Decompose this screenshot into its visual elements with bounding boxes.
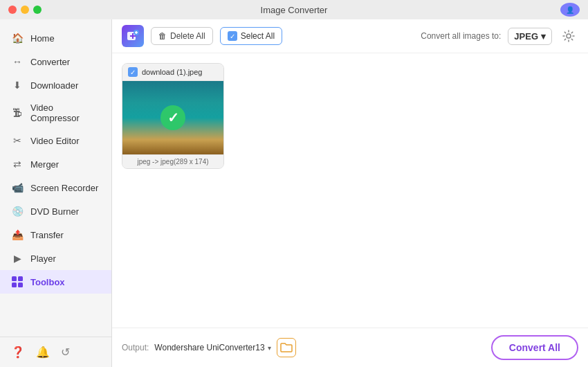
dvd-burner-icon: 💿 — [11, 205, 24, 217]
sidebar-label-converter: Converter — [30, 57, 70, 67]
sidebar-item-home[interactable]: 🏠 Home — [0, 26, 111, 50]
window-title: Image Converter — [261, 5, 328, 15]
file-thumbnail: ✓ — [122, 81, 223, 154]
bell-icon[interactable]: 🔔 — [36, 346, 50, 359]
svg-rect-1 — [18, 276, 23, 281]
chevron-down-icon: ▾ — [541, 31, 546, 42]
content-area: 🗑 Delete All ✓ Select All Convert all im… — [112, 19, 588, 367]
window-controls — [8, 6, 42, 14]
home-icon: 🏠 — [11, 32, 24, 44]
delete-all-label: Delete All — [170, 31, 205, 41]
file-info: jpeg -> jpeg(289 x 174) — [122, 154, 223, 168]
refresh-icon[interactable]: ↺ — [61, 346, 70, 359]
sidebar-item-video-editor[interactable]: ✂ Video Editor — [0, 129, 111, 152]
toolbox-icon — [11, 276, 24, 288]
sidebar-item-converter[interactable]: ↔ Converter — [0, 50, 111, 73]
file-checkbox[interactable]: ✓ — [128, 67, 138, 77]
thumbnail-check-icon: ✓ — [160, 105, 185, 130]
sidebar-bottom: ❓ 🔔 ↺ — [0, 337, 111, 367]
svg-point-10 — [567, 34, 571, 38]
main-layout: 🏠 Home ↔ Converter ⬇ Downloader 🗜 Video … — [0, 19, 588, 367]
convert-all-button[interactable]: Convert All — [491, 335, 578, 360]
sidebar-item-dvd-burner[interactable]: 💿 DVD Burner — [0, 199, 111, 223]
sidebar-item-downloader[interactable]: ⬇ Downloader — [0, 73, 111, 97]
file-card: ✓ download (1).jpeg ✓ jpeg -> jpeg(289 x… — [122, 63, 224, 169]
output-folder-arrow: ▾ — [268, 344, 271, 352]
question-icon[interactable]: ❓ — [11, 346, 25, 359]
select-all-label: Select All — [241, 31, 275, 41]
player-icon: ▶ — [11, 252, 24, 265]
merger-icon: ⇄ — [11, 158, 24, 170]
sidebar-label-home: Home — [30, 33, 55, 44]
sidebar-label-downloader: Downloader — [30, 80, 78, 91]
format-value: JPEG — [514, 31, 538, 42]
settings-button[interactable] — [559, 26, 578, 46]
sidebar-label-toolbox: Toolbox — [30, 277, 65, 287]
svg-rect-0 — [12, 276, 17, 281]
user-avatar: 👤 — [560, 3, 580, 17]
sidebar-label-video-editor: Video Editor — [30, 136, 80, 146]
sidebar-label-player: Player — [30, 253, 56, 264]
sidebar-item-screen-recorder[interactable]: 📹 Screen Recorder — [0, 176, 111, 199]
sidebar-label-video-compressor: Video Compressor — [30, 102, 100, 123]
sidebar-label-screen-recorder: Screen Recorder — [30, 183, 98, 193]
svg-rect-2 — [12, 283, 17, 287]
file-name: download (1).jpeg — [142, 68, 202, 76]
output-folder-select[interactable]: Wondershare UniConverter13 ▾ — [154, 343, 270, 352]
select-all-checkbox: ✓ — [228, 31, 237, 41]
file-grid: ✓ download (1).jpeg ✓ jpeg -> jpeg(289 x… — [112, 53, 588, 328]
converter-icon: ↔ — [11, 55, 24, 68]
delete-all-button[interactable]: 🗑 Delete All — [151, 27, 213, 45]
title-bar: Image Converter 👤 — [0, 0, 588, 19]
toolbar: 🗑 Delete All ✓ Select All Convert all im… — [112, 19, 588, 53]
sidebar-label-dvd-burner: DVD Burner — [30, 206, 79, 217]
transfer-icon: 📤 — [11, 229, 24, 241]
svg-rect-3 — [18, 283, 23, 287]
sidebar-label-merger: Merger — [30, 159, 59, 170]
delete-icon: 🗑 — [158, 31, 167, 41]
video-compressor-icon: 🗜 — [11, 107, 24, 119]
sidebar-item-player[interactable]: ▶ Player — [0, 247, 111, 270]
format-select[interactable]: JPEG ▾ — [508, 28, 552, 45]
convert-images-label: Convert all images to: — [421, 31, 501, 41]
sidebar-item-toolbox[interactable]: Toolbox — [0, 270, 111, 294]
select-all-button[interactable]: ✓ Select All — [220, 27, 282, 45]
file-card-header: ✓ download (1).jpeg — [122, 64, 223, 81]
footer: Output: Wondershare UniConverter13 ▾ Con… — [112, 328, 588, 367]
output-label: Output: — [122, 343, 149, 352]
video-editor-icon: ✂ — [11, 134, 24, 147]
maximize-button[interactable] — [33, 6, 42, 14]
minimize-button[interactable] — [21, 6, 29, 14]
output-folder-name: Wondershare UniConverter13 — [154, 343, 264, 352]
screen-recorder-icon: 📹 — [11, 181, 24, 194]
add-files-button[interactable] — [122, 25, 144, 47]
sidebar-label-transfer: Transfer — [30, 230, 64, 240]
sidebar-item-video-compressor[interactable]: 🗜 Video Compressor — [0, 97, 111, 129]
sidebar: 🏠 Home ↔ Converter ⬇ Downloader 🗜 Video … — [0, 19, 112, 367]
close-button[interactable] — [8, 6, 17, 14]
downloader-icon: ⬇ — [11, 79, 24, 91]
sidebar-item-merger[interactable]: ⇄ Merger — [0, 152, 111, 176]
user-avatar-icon: 👤 — [566, 6, 574, 14]
sidebar-item-transfer[interactable]: 📤 Transfer — [0, 223, 111, 247]
open-folder-button[interactable] — [277, 338, 296, 357]
